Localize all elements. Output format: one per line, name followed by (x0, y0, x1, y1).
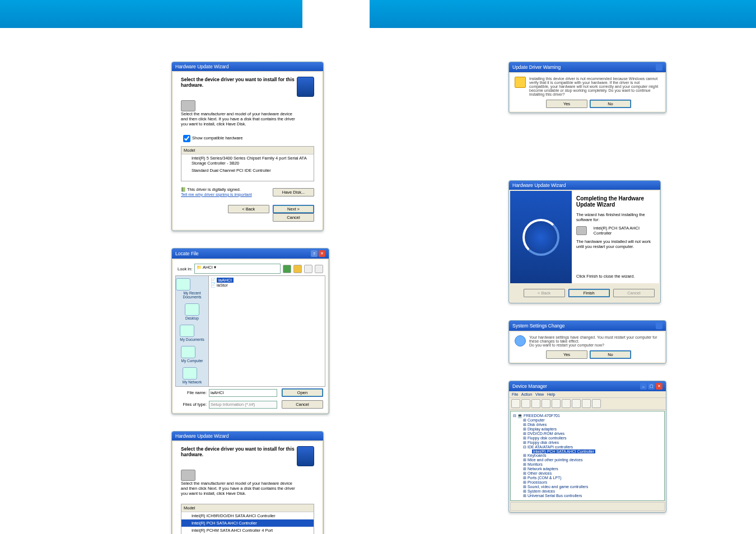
tree-node[interactable]: ⊞ Monitors (513, 462, 662, 467)
model-item[interactable]: Standard Dual Channel PCI IDE Controller (181, 167, 314, 174)
yes-button[interactable]: Yes (546, 100, 587, 108)
toolbar-button[interactable] (572, 399, 581, 408)
filename-input[interactable] (209, 389, 277, 397)
toolbar-button[interactable] (562, 399, 571, 408)
menu-view[interactable]: View (535, 392, 544, 396)
minimize-icon[interactable]: – (640, 383, 647, 390)
tree-node[interactable]: ⊞ Network adapters (513, 467, 662, 471)
have-disk-button[interactable]: Have Disk... (273, 188, 314, 196)
tree-node[interactable]: ⊞ Keyboards (513, 453, 662, 458)
tree-node[interactable]: ⊞ Ports (COM & LPT) (513, 476, 662, 480)
places-item[interactable]: My Computer (181, 346, 203, 363)
wizard-line: Click Finish to close the wizard. (576, 274, 655, 279)
tree-node[interactable]: ⊞ Disk drives (513, 423, 662, 427)
menu-file[interactable]: File (512, 392, 518, 396)
places-item[interactable]: My Network (183, 367, 202, 384)
maximize-icon[interactable]: ▢ (648, 383, 655, 390)
window-title: Locate File (175, 251, 199, 256)
tree-node[interactable]: ⊞ Floppy disk controllers (513, 436, 662, 441)
tree-node[interactable]: ⊞ Display adapters (513, 427, 662, 432)
back-button[interactable]: < Back (228, 205, 269, 213)
help-icon[interactable]: ? (311, 250, 318, 257)
tree-node[interactable]: ⊞ Universal Serial Bus controllers (513, 494, 662, 498)
wizard-subtitle: Select the device driver you want to ins… (181, 446, 297, 457)
window-title: Hardware Update Wizard (175, 433, 228, 439)
tree-node[interactable]: ⊞ Mice and other pointing devices (513, 458, 662, 462)
device-tree[interactable]: ⊟ 💻 FREEDOM-470F701 ⊞ Computer ⊞ Disk dr… (510, 411, 665, 501)
toolbar-button[interactable] (531, 399, 540, 408)
close-icon[interactable]: ✕ (656, 383, 662, 390)
model-item[interactable]: Intel(R) PCHM SATA AHCI Controller 4 Por… (181, 527, 314, 534)
places-item[interactable]: Desktop (185, 303, 199, 320)
back-button: < Back (524, 289, 565, 297)
no-button[interactable]: No (590, 100, 631, 108)
up-icon[interactable] (293, 265, 302, 273)
signed-text: This driver is digitally signed. (187, 187, 241, 192)
toolbar-button[interactable] (552, 399, 561, 408)
tree-node[interactable]: ⊞ Computer (513, 418, 662, 423)
places-item[interactable]: My Recent Documents (176, 278, 208, 299)
tree-node[interactable]: ⊞ Sound, video and game controllers (513, 485, 662, 489)
back-icon[interactable] (283, 265, 291, 273)
toolbar-button[interactable] (582, 399, 591, 408)
show-compatible-checkbox[interactable] (183, 135, 190, 142)
tree-node[interactable]: ⊞ Processors (513, 480, 662, 485)
wizard-line: The hardware you installed will not work… (576, 239, 655, 249)
lookin-dropdown[interactable]: 📁 AHCI ▾ (194, 264, 281, 274)
toolbar-button[interactable] (542, 399, 550, 408)
window-title: Hardware Update Wizard (512, 182, 566, 188)
next-button[interactable]: Next > (273, 205, 314, 213)
model-list[interactable]: Model Intel(R) 5 Series/3400 Series Chip… (181, 146, 314, 181)
tree-node[interactable]: ⊞ Other devices (513, 471, 662, 476)
toolbar (509, 397, 666, 410)
file-item[interactable]: 📄 iaAHCI (211, 278, 323, 283)
signing-link[interactable]: Tell me why driver signing is important (181, 192, 252, 197)
update-driver-warning: Update Driver Warning Installing this de… (508, 62, 666, 113)
places-item[interactable]: My Documents (180, 325, 204, 341)
no-button[interactable]: No (590, 350, 631, 359)
new-folder-icon[interactable] (304, 265, 312, 273)
device-name: Intel(R) PCH SATA AHCI Controller (594, 226, 655, 236)
hardware-update-wizard-1: Hardware Update Wizard Select the device… (171, 62, 324, 231)
file-list[interactable]: 📄 iaAHCI 📄 iaStor (208, 275, 325, 387)
toolbar-button[interactable] (521, 399, 530, 408)
model-header: Model (181, 504, 314, 512)
tree-node[interactable]: ⊞ DVD/CD-ROM drives (513, 432, 662, 436)
model-item[interactable]: Intel(R) ICH9R/DO/DH SATA AHCI Controlle… (181, 512, 314, 519)
menu-bar[interactable]: File Action View Help (509, 391, 666, 397)
page-header-banner (0, 0, 756, 28)
tree-node[interactable]: ⊞ Floppy disk drives (513, 441, 662, 445)
open-button[interactable]: Open (282, 388, 323, 397)
model-list[interactable]: Model Intel(R) ICH9R/DO/DH SATA AHCI Con… (181, 504, 314, 534)
close-icon[interactable]: ✕ (319, 250, 325, 257)
tree-root[interactable]: FREEDOM-470F701 (524, 414, 560, 418)
window-title: System Settings Change (512, 323, 565, 329)
completing-wizard: Hardware Update Wizard Completing the Ha… (508, 180, 661, 303)
menu-action[interactable]: Action (521, 392, 532, 396)
tree-node[interactable]: ⊞ System devices (513, 489, 662, 494)
finish-button[interactable]: Finish (568, 289, 610, 297)
file-item[interactable]: 📄 iaStor (211, 283, 323, 288)
menu-help[interactable]: Help (547, 392, 555, 396)
cancel-button[interactable]: Cancel (273, 213, 314, 222)
close-icon[interactable] (656, 64, 662, 71)
window-title: Device Manager (512, 383, 547, 389)
close-icon[interactable] (656, 322, 662, 329)
wizard-instruction: Select the manufacturer and model of you… (181, 111, 298, 127)
toolbar-button[interactable] (511, 399, 520, 408)
lookin-label: Look in: (178, 266, 192, 271)
tree-node-expanded[interactable]: ⊟ IDE ATA/ATAPI controllers (513, 445, 662, 449)
toolbar-button[interactable] (592, 399, 601, 408)
window-title: Hardware Update Wizard (175, 64, 228, 69)
yes-button[interactable]: Yes (546, 350, 587, 359)
views-icon[interactable] (315, 265, 323, 273)
filetype-label: Files of type: (178, 402, 207, 407)
filename-label: File name: (178, 390, 207, 395)
model-item[interactable]: Intel(R) 5 Series/3400 Series Chipset Fa… (181, 154, 314, 167)
filetype-dropdown[interactable] (209, 401, 277, 409)
places-bar: My Recent Documents Desktop My Documents… (175, 275, 209, 387)
cancel-button[interactable]: Cancel (282, 400, 323, 409)
tree-leaf-selected[interactable]: Intel(R) PCH SATA AHCI Controller (513, 449, 662, 453)
model-item-selected[interactable]: Intel(R) PCH SATA AHCI Controller (181, 519, 314, 527)
wizard-instruction: Select the manufacturer and model of you… (181, 481, 298, 496)
